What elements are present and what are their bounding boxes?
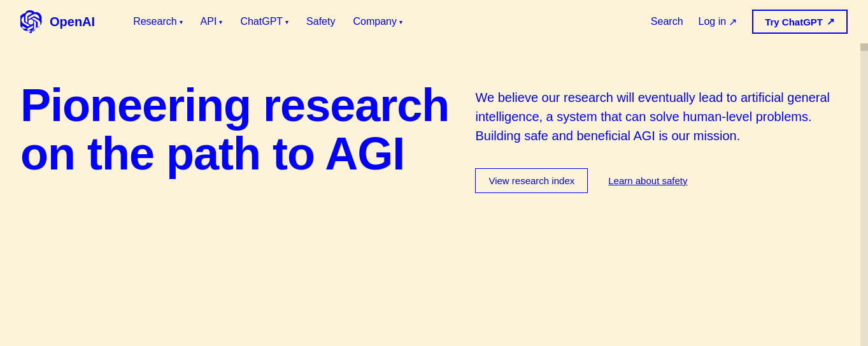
try-chatgpt-button[interactable]: Try ChatGPT ↗ bbox=[752, 10, 848, 34]
hero-description: We believe our research will eventually … bbox=[475, 88, 844, 145]
login-label: Log in bbox=[699, 16, 727, 27]
nav-api[interactable]: API ▾ bbox=[193, 11, 231, 32]
nav-chatgpt[interactable]: ChatGPT ▾ bbox=[232, 11, 296, 32]
nav-chatgpt-label: ChatGPT bbox=[240, 16, 283, 27]
chevron-down-icon: ▾ bbox=[219, 18, 222, 25]
nav-safety[interactable]: Safety bbox=[299, 11, 343, 32]
nav-safety-label: Safety bbox=[306, 16, 335, 27]
chevron-down-icon: ▾ bbox=[180, 18, 183, 25]
learn-safety-button[interactable]: Learn about safety bbox=[608, 175, 687, 186]
logo-link[interactable]: OpenAI bbox=[20, 10, 95, 33]
openai-logo-icon bbox=[20, 10, 43, 33]
try-chatgpt-label: Try ChatGPT bbox=[765, 17, 823, 27]
nav-company[interactable]: Company ▾ bbox=[345, 11, 409, 32]
search-button[interactable]: Search bbox=[651, 16, 683, 27]
external-link-icon: ↗ bbox=[827, 16, 835, 27]
chevron-down-icon: ▾ bbox=[399, 18, 402, 25]
chevron-down-icon: ▾ bbox=[285, 18, 288, 25]
hero-section: Pioneering research on the path to AGI W… bbox=[0, 43, 868, 346]
nav-research-label: Research bbox=[133, 16, 176, 27]
view-research-button[interactable]: View research index bbox=[475, 168, 588, 193]
scrollbar[interactable] bbox=[860, 0, 868, 346]
hero-headline: Pioneering research on the path to AGI bbox=[20, 82, 450, 178]
hero-left: Pioneering research on the path to AGI bbox=[20, 82, 475, 178]
hero-actions: View research index Learn about safety bbox=[475, 168, 848, 193]
login-button[interactable]: Log in ↗ bbox=[699, 16, 737, 28]
logo-text: OpenAI bbox=[50, 15, 95, 29]
nav-right: Search Log in ↗ Try ChatGPT ↗ bbox=[651, 10, 848, 34]
nav-api-label: API bbox=[201, 16, 217, 27]
nav-links: Research ▾ API ▾ ChatGPT ▾ Safety Compan… bbox=[125, 11, 651, 32]
nav-research[interactable]: Research ▾ bbox=[125, 11, 190, 32]
hero-right: We believe our research will eventually … bbox=[475, 82, 848, 193]
external-link-icon: ↗ bbox=[729, 16, 737, 28]
nav-company-label: Company bbox=[353, 16, 396, 27]
main-nav: OpenAI Research ▾ API ▾ ChatGPT ▾ Safety… bbox=[0, 0, 868, 43]
